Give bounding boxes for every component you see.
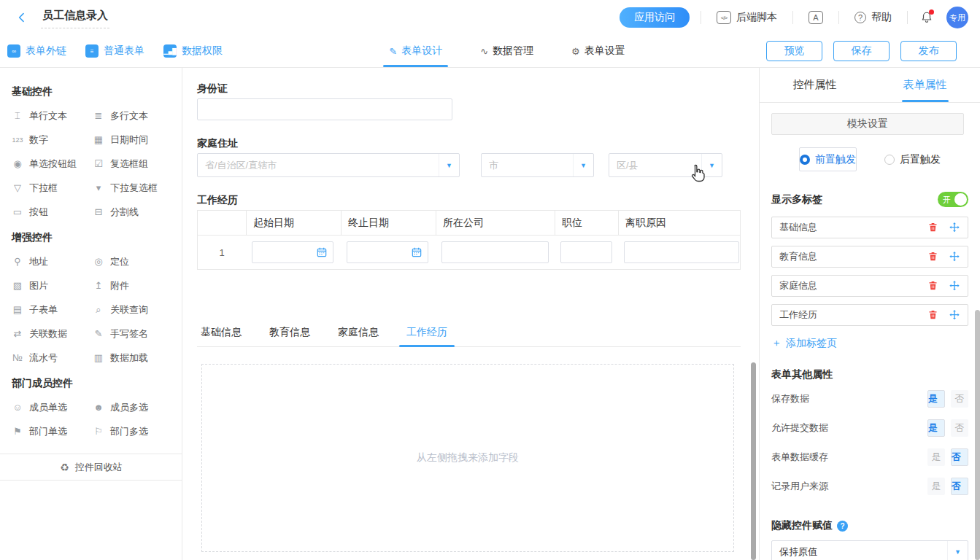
control-item-dropdown[interactable]: ▽下拉框 [12, 176, 93, 200]
control-item-button[interactable]: ▭按钮 [12, 200, 93, 224]
form-tab[interactable]: 工作经历 [406, 326, 447, 346]
form-tab[interactable]: 教育信息 [269, 326, 310, 346]
help-button[interactable]: ? 帮助 [850, 10, 896, 25]
control-item-checkbox-group[interactable]: ☑复选框组 [93, 152, 174, 176]
no-option[interactable]: 否 [951, 478, 968, 495]
app-access-button[interactable]: 应用访问 [620, 7, 690, 28]
yes-option[interactable]: 是 [927, 419, 945, 437]
hidden-assign-title: 隐藏控件赋值 ? [771, 519, 968, 532]
move-tab-handle[interactable] [949, 251, 960, 262]
company-input[interactable] [441, 241, 549, 263]
preview-button[interactable]: 预览 [766, 41, 822, 61]
hidden-assign-select[interactable]: 保持原值 ▼ [771, 540, 968, 560]
control-item-number[interactable]: 123数字 [12, 128, 93, 152]
trigger-radio[interactable]: 前置触发 [799, 147, 857, 171]
publish-button[interactable]: 发布 [900, 41, 957, 61]
radio-label: 后置触发 [900, 153, 941, 166]
control-item-serial-number[interactable]: №流水号 [12, 346, 93, 370]
panel-scrollbar[interactable] [975, 310, 980, 560]
question-icon[interactable]: ? [837, 521, 848, 532]
control-item-location[interactable]: ◎定位 [93, 249, 174, 273]
save-button[interactable]: 保存 [833, 41, 890, 61]
form-prop-row: 记录用户来源是否 [771, 472, 968, 501]
backend-script-button[interactable]: </> 后端脚本 [712, 10, 782, 25]
district-select[interactable]: 区/县▼ [609, 153, 722, 177]
control-item-label: 定位 [110, 255, 129, 268]
tab-page-item[interactable]: 教育信息 [771, 246, 968, 268]
control-item-subform[interactable]: ▤子表单 [12, 298, 93, 322]
control-recycle-bin[interactable]: ♻ 控件回收站 [0, 454, 182, 481]
control-item-single-line-text[interactable]: ⌶单行文本 [12, 104, 93, 128]
trigger-radio[interactable]: 后置触发 [884, 147, 941, 171]
no-option[interactable]: 否 [951, 419, 968, 437]
field-work-history[interactable]: 工作经历 起始日期终止日期所在公司职位离职原因 1 [197, 194, 759, 270]
move-icon [949, 309, 960, 321]
city-select[interactable]: 市▼ [481, 153, 594, 177]
form-tab[interactable]: 家庭信息 [338, 326, 379, 346]
control-item-datetime[interactable]: ▦日期时间 [93, 128, 174, 152]
toolbar-link-data-permission[interactable]: ▁▄█数据权限 [163, 44, 223, 58]
module-settings-button[interactable]: 模块设置 [771, 113, 964, 135]
no-option[interactable]: 否 [951, 390, 968, 408]
tab-form-design[interactable]: ✎表单设计 [389, 35, 442, 67]
language-button[interactable]: A [804, 10, 827, 25]
province-select[interactable]: 省/自治区/直辖市▼ [197, 153, 460, 177]
control-item-attachment[interactable]: ↥附件 [93, 273, 174, 298]
control-item-address[interactable]: ⚲地址 [12, 249, 93, 273]
control-item-signature[interactable]: ✎手写签名 [93, 322, 174, 346]
id-card-input[interactable] [197, 98, 452, 120]
tab-page-item[interactable]: 家庭信息 [771, 275, 968, 297]
panel-tab[interactable]: 控件属性 [760, 68, 870, 102]
multi-tab-toggle[interactable]: 开 [938, 192, 968, 207]
field-id-card[interactable]: 身份证 [197, 82, 759, 120]
drag-dropzone[interactable]: 从左侧拖拽来添加字段 [201, 364, 734, 552]
control-item-multi-line-text[interactable]: ≣多行文本 [93, 104, 174, 128]
control-item-linked-query[interactable]: ⌕关联查询 [93, 298, 174, 322]
form-tab[interactable]: 基础信息 [201, 326, 242, 346]
delete-tab-button[interactable] [927, 309, 939, 321]
move-tab-handle[interactable] [949, 309, 960, 321]
control-item-department-single[interactable]: ⚑部门单选 [12, 419, 93, 443]
canvas-scrollbar[interactable] [751, 362, 756, 560]
end-date-input[interactable] [347, 241, 428, 263]
move-tab-handle[interactable] [949, 280, 960, 292]
back-button[interactable] [15, 10, 29, 25]
control-item-member-single[interactable]: ☺成员单选 [12, 395, 93, 419]
delete-tab-button[interactable] [927, 222, 939, 233]
tab-page-item[interactable]: 基础信息 [771, 217, 968, 238]
tab-data-manage[interactable]: ∿数据管理 [480, 35, 533, 67]
control-item-multi-dropdown[interactable]: ▾下拉复选框 [93, 176, 174, 200]
panel-tab[interactable]: 表单属性 [870, 68, 980, 102]
page-title[interactable]: 员工信息录入 [41, 7, 109, 28]
control-item-linked-data[interactable]: ⇄关联数据 [12, 322, 93, 346]
control-item-department-multi[interactable]: ⚐部门多选 [93, 419, 174, 443]
yes-option[interactable]: 是 [927, 390, 945, 408]
control-item-divider[interactable]: ⊟分割线 [93, 200, 174, 224]
yes-option[interactable]: 是 [927, 448, 945, 466]
control-item-radio-group[interactable]: ◉单选按钮组 [12, 152, 93, 176]
tab-page-item[interactable]: 工作经历 [771, 304, 968, 326]
leave-reason-input[interactable] [624, 241, 739, 263]
start-date-input[interactable] [252, 241, 333, 263]
field-home-address[interactable]: 家庭住址 省/自治区/直辖市▼市▼区/县▼ [197, 137, 759, 177]
delete-tab-button[interactable] [927, 280, 939, 292]
no-option[interactable]: 否 [951, 448, 968, 466]
add-tab-page-button[interactable]: ＋ 添加标签页 [771, 337, 968, 350]
toolbar-link-external-link[interactable]: ∞表单外链 [7, 44, 66, 58]
position-input[interactable] [560, 241, 612, 263]
control-item-member-multi[interactable]: ☻成员多选 [93, 395, 174, 419]
control-item-image[interactable]: ▧图片 [12, 273, 93, 298]
yes-option[interactable]: 是 [927, 478, 945, 495]
notification-dot [929, 9, 934, 15]
toolbar-link-plain-form[interactable]: ≡普通表单 [85, 44, 144, 58]
tab-form-settings[interactable]: ⚙表单设置 [571, 35, 625, 67]
yes-no-switch: 是否 [927, 419, 968, 437]
control-item-label: 按钮 [29, 206, 48, 219]
delete-tab-button[interactable] [927, 251, 939, 262]
control-item-data-load[interactable]: ▥数据加载 [93, 346, 174, 370]
table-header-cell: 职位 [555, 211, 618, 235]
avatar[interactable]: 专用 [946, 7, 968, 28]
trash-icon [927, 309, 938, 320]
move-tab-handle[interactable] [949, 222, 960, 233]
notification-bell-button[interactable] [919, 9, 935, 26]
